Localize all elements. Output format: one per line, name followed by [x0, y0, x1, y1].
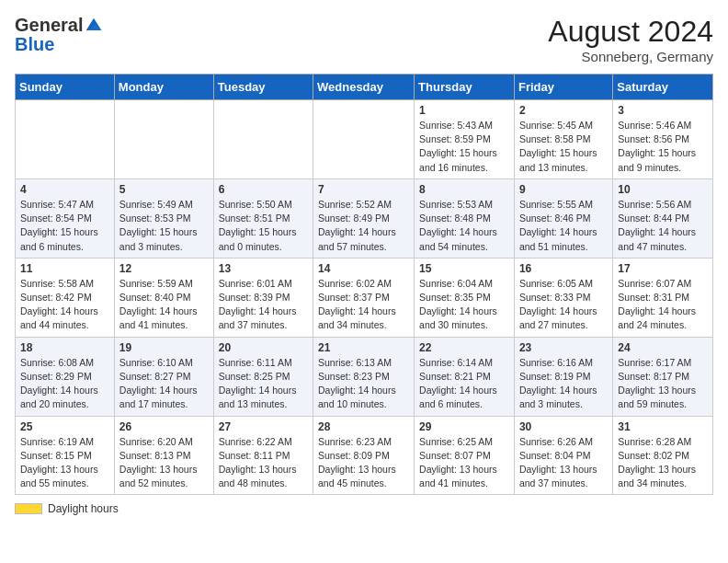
- calendar-cell: 25Sunrise: 6:19 AM Sunset: 8:15 PM Dayli…: [16, 416, 115, 495]
- day-info: Sunrise: 5:45 AM Sunset: 8:58 PM Dayligh…: [519, 119, 608, 175]
- day-info: Sunrise: 5:55 AM Sunset: 8:46 PM Dayligh…: [519, 198, 608, 254]
- day-number: 4: [20, 183, 109, 196]
- calendar-day-header: Monday: [114, 75, 213, 100]
- day-number: 24: [618, 341, 708, 354]
- calendar-day-header: Friday: [514, 75, 612, 100]
- calendar-cell: [16, 100, 115, 179]
- day-number: 12: [119, 262, 209, 275]
- calendar-footer: Daylight hours: [15, 502, 713, 515]
- day-number: 13: [219, 262, 308, 275]
- day-info: Sunrise: 6:17 AM Sunset: 8:17 PM Dayligh…: [618, 356, 708, 412]
- day-info: Sunrise: 6:23 AM Sunset: 8:09 PM Dayligh…: [318, 435, 409, 491]
- day-info: Sunrise: 6:05 AM Sunset: 8:33 PM Dayligh…: [519, 277, 608, 333]
- calendar-cell: 4Sunrise: 5:47 AM Sunset: 8:54 PM Daylig…: [16, 178, 115, 258]
- calendar-cell: 24Sunrise: 6:17 AM Sunset: 8:17 PM Dayli…: [613, 337, 713, 416]
- day-info: Sunrise: 6:28 AM Sunset: 8:02 PM Dayligh…: [618, 435, 708, 491]
- day-info: Sunrise: 6:11 AM Sunset: 8:25 PM Dayligh…: [219, 356, 308, 412]
- day-info: Sunrise: 5:52 AM Sunset: 8:49 PM Dayligh…: [318, 198, 409, 254]
- calendar-cell: 7Sunrise: 5:52 AM Sunset: 8:49 PM Daylig…: [313, 178, 415, 258]
- logo-icon: [85, 17, 103, 35]
- day-info: Sunrise: 5:59 AM Sunset: 8:40 PM Dayligh…: [119, 277, 209, 333]
- calendar-cell: 28Sunrise: 6:23 AM Sunset: 8:09 PM Dayli…: [313, 416, 415, 495]
- title-block: August 2024 Sonneberg, Germany: [548, 15, 713, 64]
- day-info: Sunrise: 6:16 AM Sunset: 8:19 PM Dayligh…: [519, 356, 608, 412]
- calendar-week-row: 1Sunrise: 5:43 AM Sunset: 8:59 PM Daylig…: [16, 100, 713, 179]
- calendar-cell: [313, 100, 415, 179]
- day-number: 20: [219, 341, 308, 354]
- day-number: 27: [219, 420, 308, 433]
- calendar-cell: 14Sunrise: 6:02 AM Sunset: 8:37 PM Dayli…: [313, 258, 415, 337]
- logo-blue-text: Blue: [15, 34, 54, 55]
- logo: General Blue: [15, 15, 103, 55]
- day-number: 19: [119, 341, 209, 354]
- day-number: 10: [618, 183, 708, 196]
- day-number: 8: [419, 183, 509, 196]
- calendar-cell: 31Sunrise: 6:28 AM Sunset: 8:02 PM Dayli…: [613, 416, 713, 495]
- calendar-cell: 16Sunrise: 6:05 AM Sunset: 8:33 PM Dayli…: [514, 258, 612, 337]
- calendar-cell: 9Sunrise: 5:55 AM Sunset: 8:46 PM Daylig…: [514, 178, 612, 258]
- day-info: Sunrise: 6:22 AM Sunset: 8:11 PM Dayligh…: [219, 435, 308, 491]
- day-number: 23: [519, 341, 608, 354]
- day-number: 31: [618, 420, 708, 433]
- day-info: Sunrise: 6:25 AM Sunset: 8:07 PM Dayligh…: [419, 435, 509, 491]
- day-number: 30: [519, 420, 608, 433]
- calendar-cell: 2Sunrise: 5:45 AM Sunset: 8:58 PM Daylig…: [514, 100, 612, 179]
- day-number: 9: [519, 183, 608, 196]
- day-number: 25: [20, 420, 109, 433]
- calendar-header-row: SundayMondayTuesdayWednesdayThursdayFrid…: [16, 75, 713, 100]
- calendar-day-header: Sunday: [16, 75, 115, 100]
- day-info: Sunrise: 6:04 AM Sunset: 8:35 PM Dayligh…: [419, 277, 509, 333]
- calendar-week-row: 18Sunrise: 6:08 AM Sunset: 8:29 PM Dayli…: [16, 337, 713, 416]
- day-info: Sunrise: 5:46 AM Sunset: 8:56 PM Dayligh…: [618, 119, 708, 175]
- calendar-cell: 30Sunrise: 6:26 AM Sunset: 8:04 PM Dayli…: [514, 416, 612, 495]
- day-info: Sunrise: 6:02 AM Sunset: 8:37 PM Dayligh…: [318, 277, 409, 333]
- calendar-cell: 27Sunrise: 6:22 AM Sunset: 8:11 PM Dayli…: [213, 416, 313, 495]
- calendar-day-header: Thursday: [415, 75, 515, 100]
- day-number: 21: [318, 341, 409, 354]
- day-info: Sunrise: 5:53 AM Sunset: 8:48 PM Dayligh…: [419, 198, 509, 254]
- day-info: Sunrise: 6:20 AM Sunset: 8:13 PM Dayligh…: [119, 435, 209, 491]
- calendar-cell: 15Sunrise: 6:04 AM Sunset: 8:35 PM Dayli…: [415, 258, 515, 337]
- day-info: Sunrise: 5:43 AM Sunset: 8:59 PM Dayligh…: [419, 119, 509, 175]
- calendar-day-header: Tuesday: [213, 75, 313, 100]
- page-header: General Blue August 2024 Sonneberg, Germ…: [15, 15, 713, 64]
- day-info: Sunrise: 5:49 AM Sunset: 8:53 PM Dayligh…: [119, 198, 209, 254]
- calendar-cell: 29Sunrise: 6:25 AM Sunset: 8:07 PM Dayli…: [415, 416, 515, 495]
- logo-general-text: General: [15, 15, 83, 36]
- day-info: Sunrise: 6:26 AM Sunset: 8:04 PM Dayligh…: [519, 435, 608, 491]
- calendar-cell: 23Sunrise: 6:16 AM Sunset: 8:19 PM Dayli…: [514, 337, 612, 416]
- calendar-cell: 10Sunrise: 5:56 AM Sunset: 8:44 PM Dayli…: [613, 178, 713, 258]
- calendar-cell: 26Sunrise: 6:20 AM Sunset: 8:13 PM Dayli…: [114, 416, 213, 495]
- day-number: 6: [219, 183, 308, 196]
- calendar-cell: 6Sunrise: 5:50 AM Sunset: 8:51 PM Daylig…: [213, 178, 313, 258]
- day-info: Sunrise: 6:08 AM Sunset: 8:29 PM Dayligh…: [20, 356, 109, 412]
- calendar-cell: 5Sunrise: 5:49 AM Sunset: 8:53 PM Daylig…: [114, 178, 213, 258]
- calendar-cell: 1Sunrise: 5:43 AM Sunset: 8:59 PM Daylig…: [415, 100, 515, 179]
- day-number: 3: [618, 104, 708, 117]
- day-number: 29: [419, 420, 509, 433]
- calendar-week-row: 25Sunrise: 6:19 AM Sunset: 8:15 PM Dayli…: [16, 416, 713, 495]
- calendar-cell: 22Sunrise: 6:14 AM Sunset: 8:21 PM Dayli…: [415, 337, 515, 416]
- calendar-week-row: 11Sunrise: 5:58 AM Sunset: 8:42 PM Dayli…: [16, 258, 713, 337]
- day-number: 17: [618, 262, 708, 275]
- day-number: 7: [318, 183, 409, 196]
- calendar-cell: 20Sunrise: 6:11 AM Sunset: 8:25 PM Dayli…: [213, 337, 313, 416]
- calendar-cell: 11Sunrise: 5:58 AM Sunset: 8:42 PM Dayli…: [16, 258, 115, 337]
- calendar-cell: 3Sunrise: 5:46 AM Sunset: 8:56 PM Daylig…: [613, 100, 713, 179]
- day-number: 2: [519, 104, 608, 117]
- day-number: 28: [318, 420, 409, 433]
- calendar-day-header: Saturday: [613, 75, 713, 100]
- day-number: 1: [419, 104, 509, 117]
- day-number: 22: [419, 341, 509, 354]
- calendar-day-header: Wednesday: [313, 75, 415, 100]
- day-info: Sunrise: 6:01 AM Sunset: 8:39 PM Dayligh…: [219, 277, 308, 333]
- calendar-cell: 17Sunrise: 6:07 AM Sunset: 8:31 PM Dayli…: [613, 258, 713, 337]
- day-number: 18: [20, 341, 109, 354]
- day-number: 11: [20, 262, 109, 275]
- day-info: Sunrise: 5:47 AM Sunset: 8:54 PM Dayligh…: [20, 198, 109, 254]
- day-info: Sunrise: 6:13 AM Sunset: 8:23 PM Dayligh…: [318, 356, 409, 412]
- day-number: 14: [318, 262, 409, 275]
- calendar-cell: 19Sunrise: 6:10 AM Sunset: 8:27 PM Dayli…: [114, 337, 213, 416]
- day-number: 26: [119, 420, 209, 433]
- calendar-week-row: 4Sunrise: 5:47 AM Sunset: 8:54 PM Daylig…: [16, 178, 713, 258]
